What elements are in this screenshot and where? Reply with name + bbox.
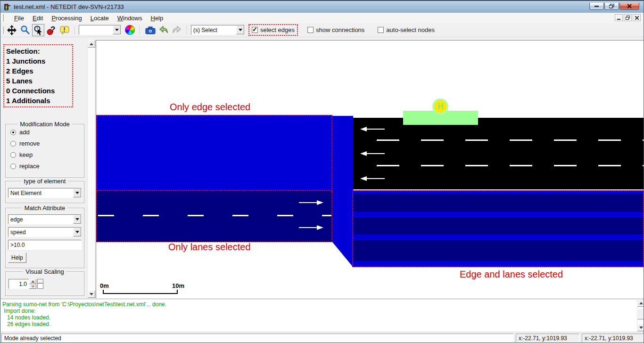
help-question-button[interactable]: ? — [45, 24, 58, 36]
scroll-up-button[interactable] — [88, 40, 95, 48]
radio-add-label: add — [19, 129, 30, 136]
show-connections-label: show connections — [316, 26, 364, 33]
menu-locate[interactable]: Locate — [86, 14, 113, 23]
status-coordinates-1: x:-22.71, y:1019.93 — [516, 334, 579, 343]
selected-lane[interactable] — [353, 240, 643, 261]
select-edges-checkbox[interactable] — [252, 27, 258, 33]
mode-dropdown-button[interactable] — [236, 25, 244, 34]
tooltip-button[interactable]: ! — [58, 24, 71, 36]
visual-scaling-group: Visual Scaling 1.0 — [5, 271, 84, 296]
auto-select-nodes-checkbox-row[interactable]: auto-select nodes — [378, 26, 435, 33]
arrow-up-icon — [90, 41, 93, 45]
lane-divider-dashes — [377, 165, 644, 166]
radio-keep[interactable] — [10, 152, 16, 158]
sidebar-scrollbar[interactable] — [87, 40, 95, 298]
selected-lane[interactable] — [353, 194, 643, 212]
spin-up-button[interactable] — [29, 279, 36, 284]
spin-down-button[interactable] — [29, 284, 36, 289]
mdi-restore-button[interactable] — [624, 14, 632, 21]
match-attribute-combobox[interactable]: speed — [8, 227, 82, 237]
auto-select-nodes-checkbox[interactable] — [378, 27, 384, 33]
lane-direction-arrow-left — [360, 176, 385, 181]
selected-lanes-road[interactable] — [96, 191, 332, 242]
undo-button[interactable] — [157, 24, 170, 36]
mode-combobox[interactable]: (s) Select — [191, 25, 245, 35]
element-type-dropdown-button[interactable] — [73, 188, 81, 197]
lane-direction-arrow-right — [299, 225, 323, 230]
toolbar-separator — [74, 25, 75, 35]
match-expression-input[interactable]: >10.0 — [8, 240, 82, 250]
statusbar: Mode already selected x:-22.71, y:1019.9… — [0, 332, 644, 343]
redo-button[interactable] — [171, 24, 183, 36]
match-element-dropdown-button[interactable] — [73, 215, 81, 224]
junction-polygon[interactable] — [332, 116, 353, 267]
menu-file[interactable]: File — [10, 14, 28, 23]
chevron-down-icon — [239, 29, 242, 33]
radio-remove[interactable] — [10, 141, 16, 147]
mode-combobox-value: (s) Select — [191, 27, 236, 33]
network-canvas[interactable]: Only edge selected — [96, 40, 644, 298]
menu-processing[interactable]: Processing — [47, 14, 86, 23]
show-connections-checkbox[interactable] — [307, 27, 314, 33]
visual-scaling-input[interactable]: 1.0 — [8, 279, 29, 289]
type-of-element-group: type of element Net Element — [5, 181, 84, 203]
log-line: Import done: — [0, 308, 644, 314]
view-scheme-combobox[interactable] — [79, 25, 121, 35]
window-titlebar: test.net.xml - NETEDIT dev-SVN-r21733 — [0, 0, 644, 13]
scroll-down-button[interactable] — [88, 290, 95, 298]
radio-replace[interactable] — [10, 163, 16, 169]
chevron-down-icon — [75, 192, 79, 196]
select-edges-checkbox-row[interactable]: select edges — [250, 26, 296, 34]
selection-edges: 2 Edges — [6, 66, 70, 76]
menu-edit[interactable]: Edit — [28, 14, 47, 23]
toolbar-grip[interactable] — [2, 26, 4, 34]
log-scrollbar[interactable] — [637, 299, 644, 331]
lane-direction-arrow-left — [360, 127, 385, 131]
help-button[interactable]: Help — [8, 253, 26, 263]
radio-add[interactable] — [10, 130, 16, 135]
selected-edge-region[interactable] — [96, 115, 332, 191]
match-attribute-dropdown-button[interactable] — [73, 228, 81, 237]
question-icon: ? — [46, 25, 57, 35]
menu-help[interactable]: Help — [146, 14, 167, 23]
match-element-value: edge — [8, 216, 73, 223]
svg-text:!: ! — [64, 26, 66, 33]
menubar-grip[interactable] — [2, 14, 4, 22]
log-line: 14 nodes loaded. — [0, 314, 644, 321]
restore-button[interactable] — [604, 3, 619, 10]
log-scroll-up-button[interactable] — [637, 299, 644, 307]
radio-replace-row[interactable]: replace — [10, 163, 84, 170]
mdi-minimize-button[interactable] — [615, 14, 623, 21]
locate-cursor-icon — [33, 25, 43, 35]
locate-junction-button[interactable] — [32, 24, 44, 36]
view-scheme-dropdown-button[interactable] — [113, 25, 121, 34]
zoom-button[interactable] — [19, 24, 31, 36]
visual-scaling-spinner[interactable] — [29, 279, 36, 289]
lane-divider-dashes — [377, 139, 644, 141]
snapshot-button[interactable] — [144, 24, 157, 36]
netedit-window: test.net.xml - NETEDIT dev-SVN-r21733 Fi… — [0, 0, 644, 343]
radio-add-row[interactable]: add — [10, 129, 84, 136]
unselected-road[interactable] — [353, 118, 644, 189]
scaling-dial[interactable] — [37, 279, 43, 289]
minimize-button[interactable] — [589, 3, 604, 10]
selected-lane[interactable] — [353, 218, 643, 235]
close-button[interactable] — [619, 3, 639, 10]
edit-coloring-button[interactable] — [124, 24, 136, 36]
selection-title: Selection: — [6, 46, 70, 56]
selected-edge-and-lanes-road[interactable] — [352, 190, 644, 267]
log-scroll-down-button[interactable] — [637, 324, 644, 331]
radio-remove-row[interactable]: remove — [10, 140, 84, 147]
element-type-combobox[interactable]: Net Element — [8, 188, 82, 198]
lane-direction-arrow-right — [299, 200, 323, 205]
radio-keep-row[interactable]: keep — [10, 151, 84, 158]
match-element-combobox[interactable]: edge — [8, 214, 82, 224]
log-scrollbar-thumb[interactable] — [637, 308, 644, 319]
show-connections-checkbox-row[interactable]: show connections — [307, 26, 364, 33]
recenter-view-button[interactable] — [6, 24, 18, 36]
mdi-close-button[interactable] — [633, 14, 641, 21]
menu-windows[interactable]: Windows — [113, 14, 147, 23]
visual-scaling-title: Visual Scaling — [23, 268, 66, 275]
mdi-minimize-icon — [617, 19, 620, 20]
busstop-sign[interactable]: H — [432, 98, 448, 114]
